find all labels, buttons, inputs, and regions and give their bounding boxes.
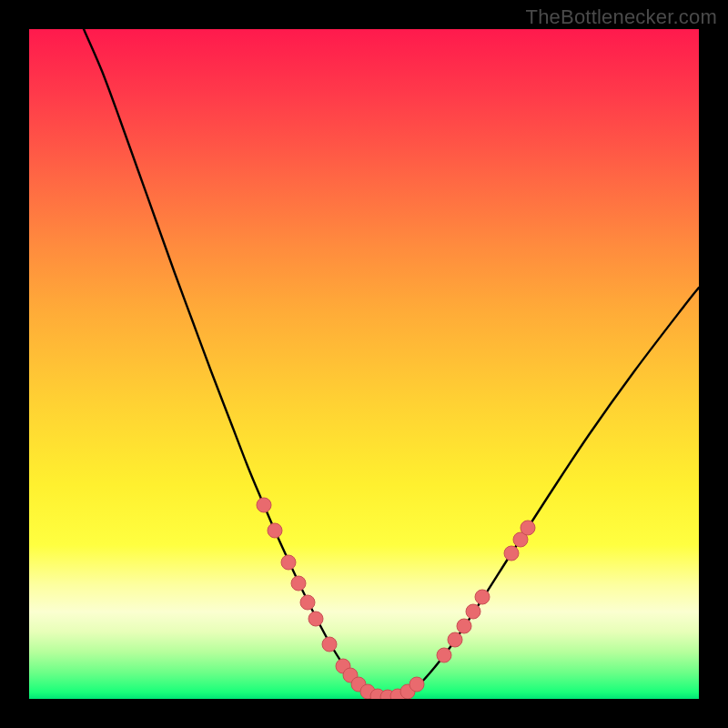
curve-marker [457,619,471,633]
chart-frame: TheBottlenecker.com [0,0,728,728]
curve-marker [322,637,337,652]
curve-marker [448,632,462,647]
curve-marker [437,648,451,662]
curve-layer [29,29,699,699]
curve-marker [308,612,323,626]
curve-marker [504,546,519,561]
curve-marker [410,677,424,692]
curve-marker [466,604,480,619]
curve-marker [257,498,271,512]
curve-marker [521,521,535,535]
curve-marker [281,555,296,570]
curve-marker [475,590,490,604]
bottleneck-curve [84,29,699,698]
curve-marker [291,576,306,591]
plot-area [29,29,699,699]
curve-markers [257,498,535,699]
curve-marker [300,595,315,610]
curve-marker [268,523,282,538]
watermark-text: TheBottlenecker.com [526,5,717,29]
